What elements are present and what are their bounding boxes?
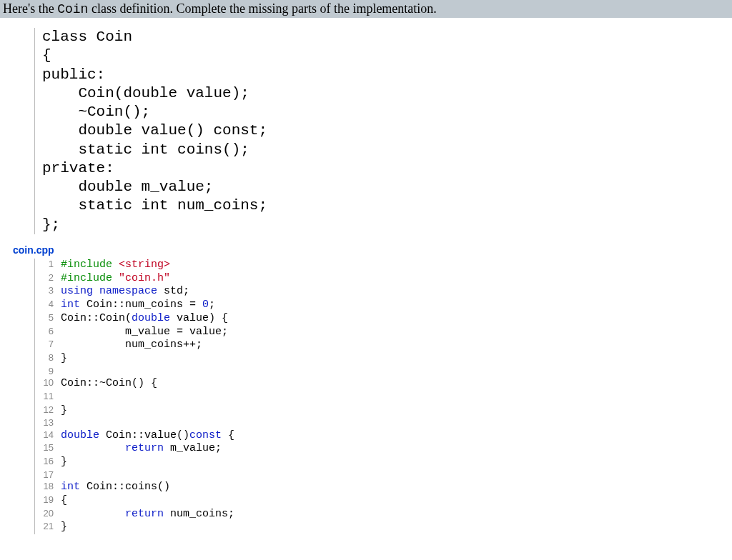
code-content[interactable]: Coin::~Coin() {: [61, 377, 157, 391]
code-line[interactable]: 12}: [35, 404, 732, 418]
code-line[interactable]: 10Coin::~Coin() {: [35, 377, 732, 391]
code-content[interactable]: num_coins++;: [61, 339, 202, 352]
code-line[interactable]: 19{: [35, 494, 732, 508]
code-line[interactable]: 4int Coin::num_coins = 0;: [35, 299, 732, 312]
code-line[interactable]: 18int Coin::coins(): [35, 481, 732, 494]
code-line[interactable]: 15 return m_value;: [35, 442, 732, 456]
code-content[interactable]: }: [61, 404, 67, 418]
code-line[interactable]: 8}: [35, 352, 732, 366]
code-line[interactable]: 20 return num_coins;: [35, 508, 732, 521]
code-content[interactable]: return m_value;: [61, 442, 222, 456]
code-line[interactable]: 1#include <string>: [35, 259, 732, 272]
line-number: 18: [35, 481, 61, 494]
line-number: 9: [35, 366, 61, 377]
code-content[interactable]: #include "coin.h": [61, 272, 170, 286]
code-line[interactable]: 14double Coin::value()const {: [35, 429, 732, 443]
code-content[interactable]: return num_coins;: [61, 508, 234, 521]
code-line[interactable]: 6 m_value = value;: [35, 326, 732, 339]
code-content[interactable]: double Coin::value()const {: [61, 429, 234, 443]
line-number: 8: [35, 352, 61, 366]
line-number: 5: [35, 312, 61, 326]
code-line[interactable]: 16}: [35, 456, 732, 469]
code-line[interactable]: 13: [35, 417, 732, 429]
class-definition-block: class Coin { public: Coin(double value);…: [34, 28, 732, 234]
code-line[interactable]: 5Coin::Coin(double value) {: [35, 312, 732, 326]
code-content[interactable]: }: [61, 521, 67, 534]
code-line[interactable]: 7 num_coins++;: [35, 339, 732, 352]
line-number: 15: [35, 442, 61, 456]
code-line[interactable]: 21}: [35, 521, 732, 534]
code-content[interactable]: {: [61, 494, 67, 508]
code-line[interactable]: 17: [35, 469, 732, 481]
question-prompt: Here's the Coin class definition. Comple…: [0, 0, 732, 18]
line-number: 12: [35, 404, 61, 418]
code-content[interactable]: using namespace std;: [61, 285, 189, 299]
code-line[interactable]: 2#include "coin.h": [35, 272, 732, 286]
line-number: 13: [35, 417, 61, 429]
line-number: 2: [35, 272, 61, 286]
line-number: 11: [35, 391, 61, 404]
code-content[interactable]: #include <string>: [61, 259, 170, 272]
prompt-prefix: Here's the: [3, 1, 57, 16]
code-content[interactable]: int Coin::coins(): [61, 481, 170, 494]
code-content[interactable]: int Coin::num_coins = 0;: [61, 299, 215, 312]
line-number: 20: [35, 508, 61, 521]
code-line[interactable]: 11: [35, 391, 732, 404]
line-number: 17: [35, 469, 61, 481]
line-number: 21: [35, 521, 61, 534]
line-number: 16: [35, 456, 61, 469]
prompt-classname: Coin: [57, 2, 88, 16]
line-number: 19: [35, 494, 61, 508]
code-content[interactable]: Coin::Coin(double value) {: [61, 312, 228, 326]
line-number: 3: [35, 285, 61, 299]
prompt-suffix: class definition. Complete the missing p…: [88, 1, 436, 16]
code-editor[interactable]: 1#include <string>2#include "coin.h"3usi…: [34, 259, 732, 534]
line-number: 7: [35, 339, 61, 352]
line-number: 1: [35, 259, 61, 272]
code-content[interactable]: m_value = value;: [61, 326, 228, 339]
code-content[interactable]: [61, 391, 80, 404]
code-line[interactable]: 3using namespace std;: [35, 285, 732, 299]
line-number: 10: [35, 377, 61, 391]
filename-label: coin.cpp: [13, 244, 732, 256]
line-number: 14: [35, 429, 61, 443]
code-content[interactable]: }: [61, 352, 67, 366]
code-content[interactable]: }: [61, 456, 67, 469]
line-number: 4: [35, 299, 61, 312]
code-line[interactable]: 9: [35, 366, 732, 377]
line-number: 6: [35, 326, 61, 339]
